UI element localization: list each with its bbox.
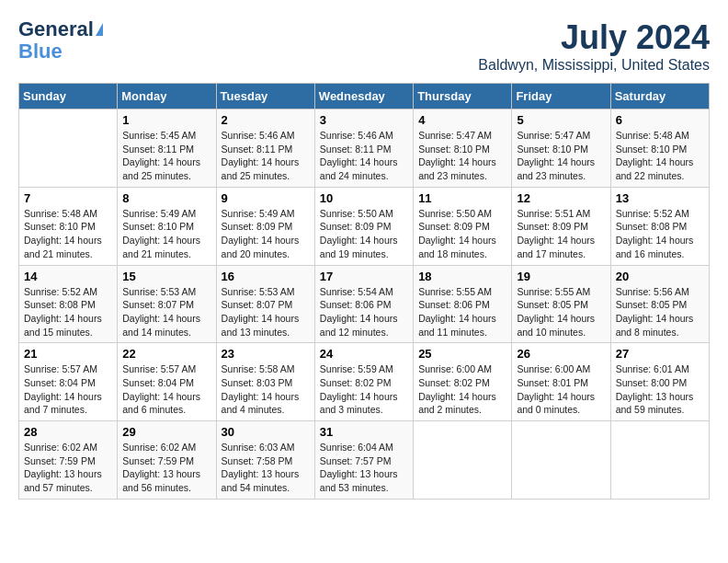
calendar-week-4: 21Sunrise: 5:57 AM Sunset: 8:04 PM Dayli… bbox=[19, 343, 710, 421]
calendar-cell: 3Sunrise: 5:46 AM Sunset: 8:11 PM Daylig… bbox=[314, 109, 413, 188]
day-info: Sunrise: 5:47 AM Sunset: 8:10 PM Dayligh… bbox=[418, 129, 506, 183]
day-number: 16 bbox=[222, 270, 310, 283]
calendar-cell: 21Sunrise: 5:57 AM Sunset: 8:04 PM Dayli… bbox=[19, 343, 118, 421]
day-info: Sunrise: 5:54 AM Sunset: 8:06 PM Dayligh… bbox=[320, 285, 408, 339]
calendar-week-3: 14Sunrise: 5:52 AM Sunset: 8:08 PM Dayli… bbox=[19, 265, 710, 343]
calendar-week-1: 1Sunrise: 5:45 AM Sunset: 8:11 PM Daylig… bbox=[19, 109, 710, 188]
day-info: Sunrise: 6:03 AM Sunset: 7:58 PM Dayligh… bbox=[222, 441, 310, 495]
calendar-cell: 30Sunrise: 6:03 AM Sunset: 7:58 PM Dayli… bbox=[216, 421, 314, 500]
day-info: Sunrise: 5:51 AM Sunset: 8:09 PM Dayligh… bbox=[517, 207, 605, 261]
day-info: Sunrise: 5:48 AM Sunset: 8:10 PM Dayligh… bbox=[24, 207, 112, 261]
day-number: 3 bbox=[320, 113, 408, 127]
day-number: 31 bbox=[320, 425, 408, 439]
calendar-title: July 2024 bbox=[478, 18, 710, 57]
calendar-cell bbox=[512, 421, 610, 500]
logo-icon bbox=[96, 23, 103, 36]
title-block: July 2024 Baldwyn, Mississippi, United S… bbox=[478, 18, 710, 74]
day-number: 2 bbox=[222, 113, 310, 127]
day-number: 29 bbox=[122, 425, 210, 439]
day-number: 25 bbox=[418, 347, 506, 361]
calendar-cell bbox=[414, 421, 512, 500]
day-info: Sunrise: 5:53 AM Sunset: 8:07 PM Dayligh… bbox=[122, 285, 210, 339]
col-saturday: Saturday bbox=[610, 84, 709, 109]
day-info: Sunrise: 5:50 AM Sunset: 8:09 PM Dayligh… bbox=[418, 207, 506, 261]
page-header: General Blue July 2024 Baldwyn, Mississi… bbox=[18, 18, 710, 74]
day-info: Sunrise: 5:52 AM Sunset: 8:08 PM Dayligh… bbox=[616, 207, 704, 261]
calendar-week-5: 28Sunrise: 6:02 AM Sunset: 7:59 PM Dayli… bbox=[19, 421, 710, 500]
col-wednesday: Wednesday bbox=[314, 84, 413, 109]
day-number: 5 bbox=[517, 113, 605, 127]
day-info: Sunrise: 5:58 AM Sunset: 8:03 PM Dayligh… bbox=[222, 362, 310, 417]
day-number: 23 bbox=[222, 347, 310, 361]
day-info: Sunrise: 5:59 AM Sunset: 8:02 PM Dayligh… bbox=[320, 362, 408, 417]
day-number: 6 bbox=[616, 113, 704, 127]
day-number: 17 bbox=[320, 270, 408, 283]
calendar-cell bbox=[610, 421, 709, 500]
calendar-cell: 6Sunrise: 5:48 AM Sunset: 8:10 PM Daylig… bbox=[610, 109, 709, 188]
day-info: Sunrise: 6:02 AM Sunset: 7:59 PM Dayligh… bbox=[24, 441, 112, 495]
day-info: Sunrise: 5:57 AM Sunset: 8:04 PM Dayligh… bbox=[24, 362, 112, 417]
day-info: Sunrise: 5:57 AM Sunset: 8:04 PM Dayligh… bbox=[122, 362, 210, 417]
calendar-cell: 17Sunrise: 5:54 AM Sunset: 8:06 PM Dayli… bbox=[314, 265, 413, 343]
calendar-cell: 2Sunrise: 5:46 AM Sunset: 8:11 PM Daylig… bbox=[216, 109, 314, 188]
day-info: Sunrise: 5:47 AM Sunset: 8:10 PM Dayligh… bbox=[517, 129, 605, 183]
logo-text2: Blue bbox=[18, 40, 63, 63]
day-info: Sunrise: 6:02 AM Sunset: 7:59 PM Dayligh… bbox=[122, 441, 210, 495]
col-sunday: Sunday bbox=[19, 84, 118, 109]
day-info: Sunrise: 5:45 AM Sunset: 8:11 PM Dayligh… bbox=[122, 129, 210, 183]
day-info: Sunrise: 5:52 AM Sunset: 8:08 PM Dayligh… bbox=[24, 285, 112, 339]
day-number: 18 bbox=[418, 270, 506, 283]
calendar-cell: 23Sunrise: 5:58 AM Sunset: 8:03 PM Dayli… bbox=[216, 343, 314, 421]
day-number: 15 bbox=[122, 270, 210, 283]
calendar-cell: 28Sunrise: 6:02 AM Sunset: 7:59 PM Dayli… bbox=[19, 421, 118, 500]
day-number: 24 bbox=[320, 347, 408, 361]
logo-text: General bbox=[18, 18, 94, 40]
day-info: Sunrise: 5:46 AM Sunset: 8:11 PM Dayligh… bbox=[222, 129, 310, 183]
calendar-cell: 1Sunrise: 5:45 AM Sunset: 8:11 PM Daylig… bbox=[118, 109, 216, 188]
day-info: Sunrise: 5:48 AM Sunset: 8:10 PM Dayligh… bbox=[616, 129, 704, 183]
day-number: 21 bbox=[24, 347, 112, 361]
day-info: Sunrise: 5:50 AM Sunset: 8:09 PM Dayligh… bbox=[320, 207, 408, 261]
day-number: 10 bbox=[320, 191, 408, 205]
calendar-cell: 20Sunrise: 5:56 AM Sunset: 8:05 PM Dayli… bbox=[610, 265, 709, 343]
day-number: 14 bbox=[24, 270, 112, 283]
day-info: Sunrise: 6:00 AM Sunset: 8:01 PM Dayligh… bbox=[517, 362, 605, 417]
calendar-cell: 16Sunrise: 5:53 AM Sunset: 8:07 PM Dayli… bbox=[216, 265, 314, 343]
col-friday: Friday bbox=[512, 84, 610, 109]
col-thursday: Thursday bbox=[414, 84, 512, 109]
day-info: Sunrise: 5:49 AM Sunset: 8:09 PM Dayligh… bbox=[222, 207, 310, 261]
calendar-cell: 9Sunrise: 5:49 AM Sunset: 8:09 PM Daylig… bbox=[216, 187, 314, 265]
calendar-cell: 14Sunrise: 5:52 AM Sunset: 8:08 PM Dayli… bbox=[19, 265, 118, 343]
calendar-subtitle: Baldwyn, Mississippi, United States bbox=[478, 57, 710, 74]
calendar-cell: 29Sunrise: 6:02 AM Sunset: 7:59 PM Dayli… bbox=[118, 421, 216, 500]
day-number: 8 bbox=[122, 191, 210, 205]
day-number: 28 bbox=[24, 425, 112, 439]
calendar-cell: 22Sunrise: 5:57 AM Sunset: 8:04 PM Dayli… bbox=[118, 343, 216, 421]
day-info: Sunrise: 5:56 AM Sunset: 8:05 PM Dayligh… bbox=[616, 285, 704, 339]
col-tuesday: Tuesday bbox=[216, 84, 314, 109]
calendar-cell: 31Sunrise: 6:04 AM Sunset: 7:57 PM Dayli… bbox=[314, 421, 413, 500]
calendar-cell: 15Sunrise: 5:53 AM Sunset: 8:07 PM Dayli… bbox=[118, 265, 216, 343]
day-number: 27 bbox=[616, 347, 704, 361]
day-info: Sunrise: 6:00 AM Sunset: 8:02 PM Dayligh… bbox=[418, 362, 506, 417]
day-info: Sunrise: 6:04 AM Sunset: 7:57 PM Dayligh… bbox=[320, 441, 408, 495]
calendar-cell: 18Sunrise: 5:55 AM Sunset: 8:06 PM Dayli… bbox=[414, 265, 512, 343]
calendar-cell: 19Sunrise: 5:55 AM Sunset: 8:05 PM Dayli… bbox=[512, 265, 610, 343]
day-number: 22 bbox=[122, 347, 210, 361]
day-number: 12 bbox=[517, 191, 605, 205]
calendar-body: 1Sunrise: 5:45 AM Sunset: 8:11 PM Daylig… bbox=[19, 109, 710, 500]
day-info: Sunrise: 6:01 AM Sunset: 8:00 PM Dayligh… bbox=[616, 362, 704, 417]
calendar-week-2: 7Sunrise: 5:48 AM Sunset: 8:10 PM Daylig… bbox=[19, 187, 710, 265]
day-info: Sunrise: 5:53 AM Sunset: 8:07 PM Dayligh… bbox=[222, 285, 310, 339]
calendar-cell: 11Sunrise: 5:50 AM Sunset: 8:09 PM Dayli… bbox=[414, 187, 512, 265]
day-info: Sunrise: 5:55 AM Sunset: 8:05 PM Dayligh… bbox=[517, 285, 605, 339]
calendar-cell: 10Sunrise: 5:50 AM Sunset: 8:09 PM Dayli… bbox=[314, 187, 413, 265]
calendar-cell: 7Sunrise: 5:48 AM Sunset: 8:10 PM Daylig… bbox=[19, 187, 118, 265]
day-number: 9 bbox=[222, 191, 310, 205]
calendar-cell: 25Sunrise: 6:00 AM Sunset: 8:02 PM Dayli… bbox=[414, 343, 512, 421]
day-info: Sunrise: 5:46 AM Sunset: 8:11 PM Dayligh… bbox=[320, 129, 408, 183]
calendar-cell: 13Sunrise: 5:52 AM Sunset: 8:08 PM Dayli… bbox=[610, 187, 709, 265]
calendar-cell: 27Sunrise: 6:01 AM Sunset: 8:00 PM Dayli… bbox=[610, 343, 709, 421]
day-number: 4 bbox=[418, 113, 506, 127]
day-number: 11 bbox=[418, 191, 506, 205]
